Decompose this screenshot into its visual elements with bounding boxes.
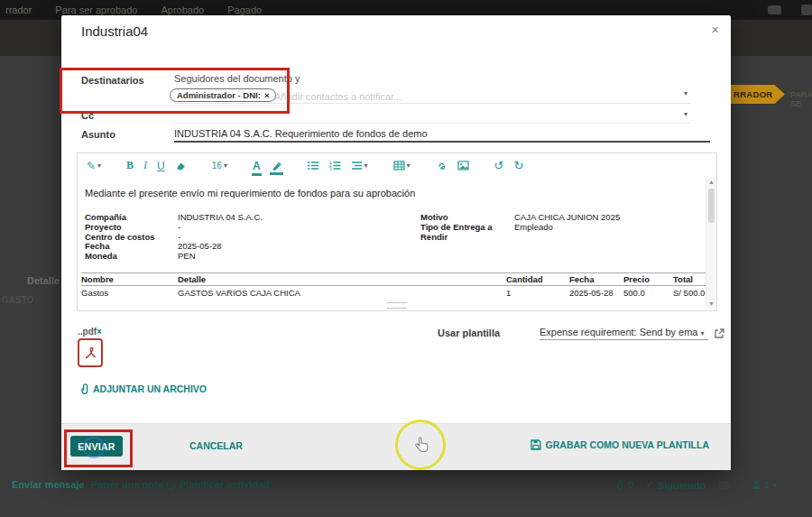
info-label: Tipo de Entrega a Rendir — [420, 223, 514, 243]
save-as-template-label: GRABAR COMO NUEVA PLANTILLA — [546, 439, 709, 450]
chatter-log-note[interactable]: Poner una nota — [91, 479, 163, 490]
table-body: Gastos GASTOS VARIOS CAJA CHICA 1 2025-0… — [81, 286, 713, 298]
use-template-label: Usar plantilla — [438, 328, 500, 338]
insert-image-button[interactable] — [457, 161, 469, 171]
status-tab[interactable]: rrador — [5, 5, 32, 15]
chevron-down-icon: ▾ — [97, 162, 101, 170]
redo-button[interactable]: ↻ — [514, 159, 524, 172]
dialog-title: Industria04 — [81, 23, 148, 39]
template-select[interactable]: Expense requirement: Send by ema ▾ — [540, 327, 708, 340]
paragraph-format-button[interactable]: ▾ — [351, 161, 368, 171]
table-button[interactable]: ▾ — [393, 161, 411, 171]
editor-scrollbar[interactable]: ▲ ▼ — [706, 178, 716, 308]
paperclip-icon — [79, 383, 89, 394]
remove-format-button[interactable] — [175, 161, 187, 171]
person-icon — [752, 480, 761, 490]
table-header-cell: Nombre — [81, 274, 178, 284]
font-color-button[interactable]: A — [253, 160, 261, 172]
info-row: MonedaPEN — [85, 252, 355, 262]
style-button[interactable]: ✎▾ — [87, 160, 101, 172]
email-intro-text: Mediante el presente envío mi requerimie… — [85, 188, 415, 198]
pdf-file-icon[interactable] — [78, 338, 103, 367]
chatter-schedule-activity[interactable]: Planificar actividad — [166, 479, 270, 490]
chevron-down-icon: ▾ — [701, 329, 705, 337]
cancel-button[interactable]: CANCELAR — [189, 440, 243, 451]
info-value: - — [178, 223, 180, 233]
insert-link-button[interactable] — [436, 161, 448, 171]
chevron-down-icon: ▾ — [364, 162, 368, 170]
highlight-color-button[interactable] — [271, 161, 282, 171]
chevron-down-icon: ▾ — [407, 162, 411, 170]
window-icon — [801, 5, 812, 15]
annotation-red-box-send — [64, 429, 133, 467]
cell-nombre: Gastos — [81, 288, 178, 298]
status-tab[interactable]: Aprobado — [161, 5, 204, 15]
bell-icon — [719, 481, 729, 490]
subject-underline — [174, 141, 710, 143]
info-grid-left: CompañíaINDUSTRIA 04 S.A.C.Proyecto-Cent… — [85, 213, 355, 262]
cell-fecha: 2025-05-28 — [569, 288, 623, 298]
editor-toolbar: ✎▾ B I U 16▾ A 123 ▾ ▾ — [78, 153, 716, 174]
scroll-up-icon[interactable]: ▲ — [706, 179, 716, 185]
chevron-down-icon: ▾ — [773, 481, 777, 489]
recipients-dropdown-icon[interactable]: ▾ — [684, 89, 687, 97]
table-header-cell: Detalle — [178, 274, 506, 284]
bold-button[interactable]: B — [126, 159, 134, 172]
recipients-input[interactable]: Añadir contactos a notificar... — [274, 91, 401, 102]
cc-input[interactable] — [174, 123, 690, 124]
attachment-remove-icon[interactable]: × — [97, 327, 102, 337]
status-badge-next: PARA SE — [790, 90, 812, 108]
table-header-cell: Precio — [623, 274, 673, 284]
close-icon[interactable]: × — [711, 22, 719, 37]
template-select-value: Expense requirement: Send by ema — [540, 327, 698, 337]
editor-resize-grip[interactable] — [387, 302, 407, 309]
chatter-send-message[interactable]: Enviar mensaje — [12, 479, 85, 490]
check-icon: ✓ — [646, 479, 654, 491]
chatter-following-toggle[interactable]: ✓ Siguiendo — [646, 479, 706, 491]
undo-button[interactable]: ↺ — [494, 159, 504, 172]
chatter-attachments-button[interactable]: 0 — [615, 479, 633, 490]
table-header-cell: Cantidad — [506, 274, 569, 284]
save-icon — [531, 439, 541, 450]
chatter-schedule-activity-label: Planificar actividad — [180, 479, 270, 490]
click-highlight-circle — [395, 420, 446, 470]
info-row: Tipo de Entrega a RendirEmpleado — [420, 223, 691, 243]
subject-input[interactable]: INDUSTRIA 04 S.A.C. Requerimiento de fon… — [174, 128, 428, 139]
status-tab[interactable]: Para ser aprobado — [55, 5, 137, 15]
table-header-cell: Fecha — [569, 274, 623, 284]
info-row: Fecha2025-05-28 — [85, 242, 355, 252]
chatter-followers-dropdown[interactable]: 1 ▾ — [752, 479, 777, 490]
svg-text:3: 3 — [329, 167, 332, 171]
status-tab[interactable]: Pagado — [227, 5, 262, 15]
scrollbar-thumb[interactable] — [708, 189, 715, 223]
ordered-list-button[interactable]: 123 — [329, 161, 341, 171]
chatter-attachments-count: 0 — [628, 479, 633, 490]
email-body-editor[interactable]: ✎▾ B I U 16▾ A 123 ▾ ▾ — [77, 152, 717, 311]
cell-detalle: GASTOS VARIOS CAJA CHICA — [178, 288, 506, 298]
annotation-red-box-recipients — [60, 68, 290, 114]
info-label: Proyecto — [85, 223, 178, 233]
underline-button[interactable]: U — [157, 160, 165, 172]
screen: rradorPara ser aprobadoAprobadoPagado De… — [0, 0, 812, 517]
save-as-template-button[interactable]: GRABAR COMO NUEVA PLANTILLA — [531, 439, 709, 450]
external-link-icon[interactable] — [714, 328, 724, 339]
cell-cantidad: 1 — [506, 288, 569, 298]
cc-dropdown-icon[interactable]: ▾ — [684, 110, 687, 118]
scroll-down-icon[interactable]: ▼ — [706, 300, 716, 307]
expense-lines-table: NombreDetalleCantidadFechaPrecioTotal Ga… — [81, 272, 713, 298]
unordered-list-button[interactable] — [308, 161, 319, 171]
attach-file-button[interactable]: ADJUNTAR UN ARCHIVO — [79, 383, 207, 394]
info-grid-right: MotivoCAJA CHICA JUNION 2025Tipo de Entr… — [420, 213, 691, 242]
info-row: Proyecto- — [85, 223, 355, 233]
cell-precio: 500.0 — [623, 288, 673, 298]
info-value: Empleado — [514, 223, 553, 243]
subject-label: Asunto — [81, 129, 115, 140]
clock-icon — [166, 480, 176, 490]
font-size-button[interactable]: 16▾ — [212, 161, 227, 171]
paperclip-icon — [615, 479, 624, 490]
italic-button[interactable]: I — [143, 159, 147, 172]
attachment-filename: ..pdf — [78, 327, 97, 337]
table-header-row: NombreDetalleCantidadFechaPrecioTotal — [81, 272, 713, 286]
chatter-following-label: Siguiendo — [658, 480, 706, 491]
info-value: INDUSTRIA 04 S.A.C. — [178, 213, 263, 223]
